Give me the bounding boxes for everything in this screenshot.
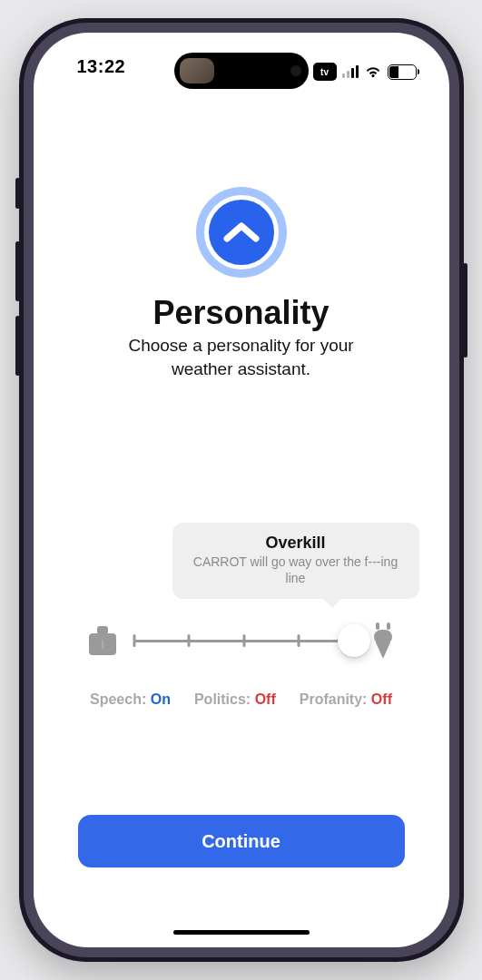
page-subtitle: Choose a personality for your weather as… [96, 334, 387, 380]
toggle-profanity-value: Off [371, 691, 392, 707]
toggle-profanity-label: Profanity: [300, 691, 368, 707]
phone-frame: 13:22 tv 35 [19, 18, 464, 962]
personality-slider[interactable] [134, 627, 354, 654]
toggle-speech-value: On [151, 691, 171, 707]
mute-switch [15, 178, 20, 209]
svg-rect-4 [387, 622, 390, 630]
continue-button[interactable]: Continue [78, 815, 405, 867]
toggles-row: Speech: On Politics: Off Profanity: Off [90, 691, 392, 708]
volume-down-button [15, 316, 20, 376]
toggle-politics[interactable]: Politics: Off [194, 691, 276, 708]
toggle-politics-label: Politics: [194, 691, 251, 707]
toggle-profanity[interactable]: Profanity: Off [300, 691, 392, 708]
app-logo [196, 187, 287, 278]
personality-slider-block: Overkill CARROT will go way over the f--… [34, 523, 449, 708]
home-indicator[interactable] [173, 930, 310, 935]
svg-rect-1 [97, 626, 108, 634]
hero: Personality Choose a personality for you… [34, 187, 449, 380]
svg-rect-3 [376, 622, 379, 630]
svg-rect-5 [374, 630, 392, 644]
page-title: Personality [152, 294, 329, 332]
slider-tooltip-subtitle: CARROT will go way over the f---ing line [187, 554, 405, 586]
svg-rect-2 [102, 640, 103, 649]
slider-thumb[interactable] [338, 624, 370, 657]
volume-up-button [15, 241, 20, 301]
chevron-up-icon [223, 220, 260, 244]
slider-tooltip: Overkill CARROT will go way over the f--… [172, 523, 419, 599]
power-button [463, 263, 467, 358]
briefcase-icon [87, 622, 118, 659]
bomb-icon [370, 621, 396, 661]
toggle-speech[interactable]: Speech: On [90, 691, 171, 708]
toggle-politics-value: Off [255, 691, 276, 707]
toggle-speech-label: Speech: [90, 691, 146, 707]
slider-tooltip-title: Overkill [187, 534, 405, 553]
screen: 13:22 tv 35 [34, 33, 449, 947]
